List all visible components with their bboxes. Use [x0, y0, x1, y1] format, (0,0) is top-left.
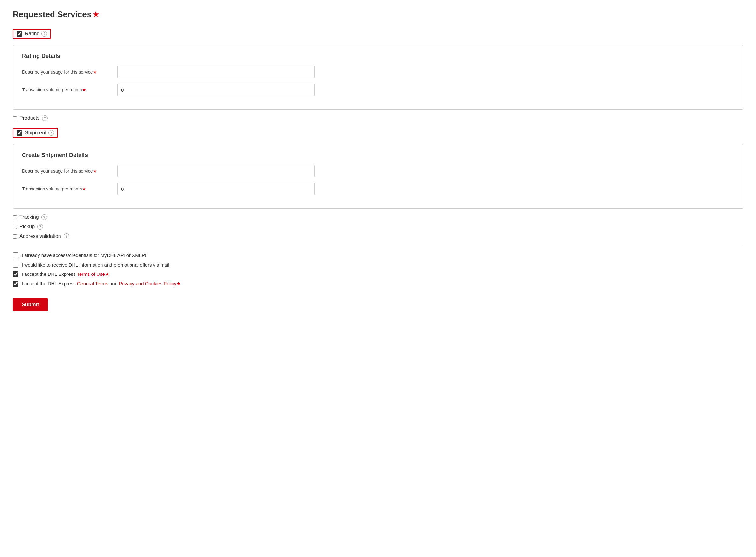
shipment-usage-label: Describe your usage for this service★: [22, 169, 117, 174]
products-help-icon[interactable]: ?: [42, 115, 48, 121]
terms-label[interactable]: I accept the DHL Express Terms of Use★: [22, 271, 109, 277]
page-title: Requested Services★: [13, 9, 743, 20]
required-star: ★: [93, 10, 99, 19]
shipment-usage-input[interactable]: [117, 165, 315, 177]
pickup-help-icon[interactable]: ?: [37, 224, 43, 230]
tracking-label[interactable]: Tracking: [20, 214, 39, 220]
privacy-policy-link[interactable]: Privacy and Cookies Policy: [119, 281, 176, 286]
general-terms-checkbox[interactable]: [13, 281, 19, 287]
rating-checkbox-wrapper: Rating ?: [13, 29, 51, 38]
shipment-volume-label: Transaction volume per month★: [22, 186, 117, 192]
address-validation-label[interactable]: Address validation: [20, 233, 61, 239]
shipment-checkbox-wrapper: Shipment ?: [13, 128, 58, 138]
shipment-volume-row: Transaction volume per month★: [22, 183, 734, 195]
rating-volume-input[interactable]: [117, 84, 315, 96]
general-terms-item: I accept the DHL Express General Terms a…: [13, 281, 743, 287]
shipment-details-title: Create Shipment Details: [22, 152, 734, 158]
bottom-checkboxes: I already have access/credentials for My…: [13, 252, 743, 287]
terms-checkbox[interactable]: [13, 271, 19, 277]
terms-of-use-link[interactable]: Terms of Use: [77, 271, 105, 277]
shipment-usage-row: Describe your usage for this service★: [22, 165, 734, 177]
rating-details-title: Rating Details: [22, 53, 734, 60]
shipment-volume-input[interactable]: [117, 183, 315, 195]
promo-checkbox[interactable]: [13, 262, 19, 267]
rating-checkbox[interactable]: [17, 31, 22, 37]
address-validation-help-icon[interactable]: ?: [64, 233, 69, 239]
rating-usage-row: Describe your usage for this service★: [22, 66, 734, 78]
products-checkbox[interactable]: [13, 116, 17, 120]
rating-usage-input[interactable]: [117, 66, 315, 78]
rating-label[interactable]: Rating ?: [25, 31, 47, 37]
tracking-help-icon[interactable]: ?: [41, 214, 47, 220]
address-validation-row: Address validation ?: [13, 233, 743, 239]
credentials-item: I already have access/credentials for My…: [13, 252, 743, 258]
products-label[interactable]: Products: [20, 115, 39, 121]
pickup-checkbox[interactable]: [13, 225, 17, 229]
promo-label[interactable]: I would like to receive DHL information …: [22, 262, 169, 267]
pickup-label[interactable]: Pickup: [20, 224, 35, 230]
rating-volume-label: Transaction volume per month★: [22, 87, 117, 92]
shipment-label[interactable]: Shipment ?: [25, 130, 54, 136]
rating-usage-label: Describe your usage for this service★: [22, 69, 117, 75]
tracking-row: Tracking ?: [13, 214, 743, 220]
shipment-details-card: Create Shipment Details Describe your us…: [13, 144, 743, 209]
rating-help-icon[interactable]: ?: [41, 31, 47, 37]
promo-item: I would like to receive DHL information …: [13, 262, 743, 267]
credentials-label[interactable]: I already have access/credentials for My…: [22, 253, 146, 258]
divider: [13, 245, 743, 246]
address-validation-checkbox[interactable]: [13, 234, 17, 238]
shipment-help-icon[interactable]: ?: [49, 130, 54, 136]
rating-details-card: Rating Details Describe your usage for t…: [13, 45, 743, 110]
tracking-checkbox[interactable]: [13, 215, 17, 219]
submit-button[interactable]: Submit: [13, 298, 48, 312]
credentials-checkbox[interactable]: [13, 252, 19, 258]
rating-volume-row: Transaction volume per month★: [22, 84, 734, 96]
terms-item: I accept the DHL Express Terms of Use★: [13, 271, 743, 277]
shipment-checkbox[interactable]: [17, 130, 22, 136]
general-terms-label[interactable]: I accept the DHL Express General Terms a…: [22, 281, 180, 287]
pickup-row: Pickup ?: [13, 224, 743, 230]
products-row: Products ?: [13, 115, 743, 121]
general-terms-link[interactable]: General Terms: [77, 281, 108, 286]
